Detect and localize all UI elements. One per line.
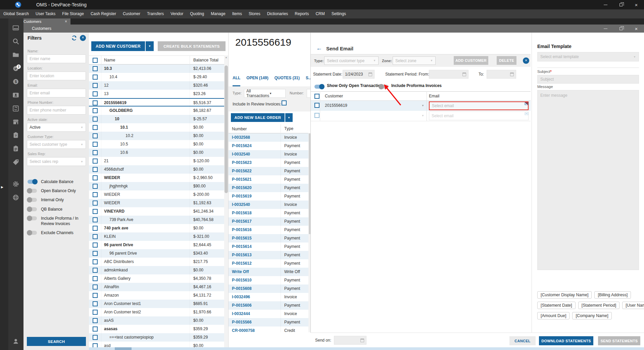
transaction-number-link[interactable]: I-0032568 [229,133,281,142]
customer-row-jhgjhmhgk[interactable]: jhgjhmhgk$90.00 [89,182,224,190]
clipboard-question-icon[interactable]: ? [12,132,19,139]
customer-row-4566dsfsdf[interactable]: 4566dsfsdf$0.00 [89,165,224,174]
menu-item-file-storage[interactable]: File Storage [59,9,87,18]
close-button[interactable]: × [629,0,644,9]
row-checkbox[interactable] [93,66,98,71]
row-checkbox[interactable] [93,167,98,172]
minimize-button[interactable] [598,0,613,9]
filter-input-location[interactable]: Enter location [27,72,86,80]
row-checkbox[interactable] [93,150,98,155]
customer-row-asasas[interactable]: asasas$359.29 [89,325,224,333]
row-checkbox[interactable] [93,83,98,88]
row-checkbox[interactable] [93,285,98,290]
send-on-date-field[interactable] [334,336,366,345]
column-type[interactable]: Type [281,124,308,133]
transaction-number-link[interactable]: Write Off [229,268,281,276]
template-variable-statement-period[interactable]: [Statement Period] [578,302,620,309]
transaction-number-link[interactable]: P-0015620 [229,184,281,192]
row-checkbox[interactable] [93,251,98,256]
row-checkbox[interactable] [93,293,98,298]
menu-item-crm[interactable]: CRM [312,9,328,18]
calendar-icon[interactable] [462,73,466,76]
row-checkbox[interactable] [93,268,98,273]
transaction-number-link[interactable]: I-0032540 [229,201,281,209]
horizontal-scrollbar[interactable] [89,347,644,350]
row-checkbox[interactable] [314,113,319,118]
toggle-include-proforma-in-review-invoices[interactable] [28,216,37,220]
toggle-internal-only[interactable] [28,198,37,202]
filter-input-phone-number[interactable]: Enter phone number [27,106,86,115]
customer-row-amazon[interactable]: Amazon$4,131.72 [89,291,224,300]
tab-close-icon[interactable]: × [65,19,70,24]
statement-date-field[interactable]: 1/24/2023 [343,70,375,79]
customer-row-vineyard[interactable]: VINEYARD$41,246.34 [89,207,224,216]
customer-type-select[interactable]: Select customer type ▼ [324,56,379,65]
search-button[interactable]: SEARCH [27,337,86,346]
customer-row-wieder[interactable]: WIEDER$-200.00 [89,190,224,199]
row-checkbox[interactable] [93,125,98,130]
transaction-number-link[interactable]: P-0015612 [229,259,281,268]
template-variable-customer-display-name[interactable]: [Customer Display Name] [537,291,592,299]
store-icon[interactable] [12,118,19,126]
gear-icon[interactable] [12,180,19,188]
column-name[interactable]: Name [101,56,190,65]
tab-quotes-31[interactable]: QUOTES (31) [275,76,300,86]
row-checkbox[interactable] [93,234,98,239]
scroll-up-icon[interactable]: ▲ [224,56,228,58]
row-checkbox[interactable] [93,142,98,147]
select-all-checkbox[interactable] [93,58,98,63]
customer-row-10-4[interactable]: 10.4$-29.40 [89,73,224,81]
row-checkbox[interactable] [93,276,98,281]
transaction-number-link[interactable]: I-0032444 [229,310,281,318]
transaction-number-link[interactable]: P-0015606 [229,301,281,310]
transaction-number-link[interactable]: P-0015610 [229,276,281,285]
add-new-customer-button[interactable]: ADD NEW CUSTOMER [91,41,145,51]
contact-card-icon[interactable] [12,91,19,99]
row-checkbox[interactable] [93,117,98,122]
inner-minimize-button[interactable] [598,25,613,33]
customer-row-admskmkasd[interactable]: admskmkasd$0.00 [89,266,224,274]
customer-row-12[interactable]: 12$320.46 [89,81,224,90]
tab-s[interactable]: S... [306,76,311,86]
chevron-down-icon[interactable]: ▼ [422,114,424,117]
money-icon[interactable]: $ [12,78,19,85]
row-checkbox[interactable] [93,201,98,206]
tab-open-149[interactable]: OPEN (149) [246,76,268,86]
template-variable-billing-address[interactable]: [Billing Address] [594,291,631,299]
row-checkbox[interactable] [93,75,98,80]
send-statements-button[interactable]: SEND STATEMENTS [598,336,640,345]
add-sale-order-dropdown-button[interactable]: ▼ [285,113,293,122]
customer-row-abc-distributers[interactable]: ABC Distributers$217.75 [89,258,224,266]
transaction-number-link[interactable]: P-0015618 [229,209,281,217]
filter-select-sales-rep[interactable]: Select sales rep▼ [27,157,86,166]
add-new-sale-order-button[interactable]: ADD NEW SALE ORDER [231,113,285,122]
row-checkbox[interactable] [93,108,98,113]
row-checkbox[interactable] [93,184,98,189]
column-number[interactable]: Number [229,127,281,131]
transaction-number-link[interactable]: P-0015614 [229,243,281,251]
customer-row-13[interactable]: 13$23.26 [89,90,224,98]
select-email-field-error[interactable]: Select email [429,101,529,110]
customer-row-wieder[interactable]: WIEDER$-2,960.50 [89,174,224,182]
back-arrow-icon[interactable]: ← [316,45,322,52]
customer-row-96-parent-drive[interactable]: 96 parent Drive$2,644.45 [89,241,224,249]
dashboard-icon[interactable] [12,24,19,32]
menu-item-manage[interactable]: Manage [207,9,229,18]
scrollbar-thumb[interactable] [225,65,228,193]
customer-row-alinarin[interactable]: AlinaRin$4,467.16 [89,283,224,291]
menu-item-user-tasks[interactable]: User Tasks [32,9,59,18]
row-checkbox[interactable] [93,243,98,248]
row-checkbox[interactable] [93,259,98,264]
transaction-number-link[interactable]: CR-0000758 [229,326,281,332]
menu-item-vendor[interactable]: Vendor [167,9,187,18]
menu-item-dictionaries[interactable]: Dictionaries [264,9,292,18]
toggle-exclude-channels[interactable] [28,231,37,235]
customer-row-10-2[interactable]: 10.2$0.00 [89,132,224,140]
search-icon[interactable] [12,38,19,45]
row-checkbox[interactable] [93,159,98,164]
row-checkbox[interactable] [93,217,98,222]
globe-icon[interactable] [12,194,19,201]
scan-sync-icon[interactable] [12,105,19,112]
transaction-number-link[interactable]: P-0015619 [229,192,281,201]
row-checkbox[interactable] [93,175,98,180]
